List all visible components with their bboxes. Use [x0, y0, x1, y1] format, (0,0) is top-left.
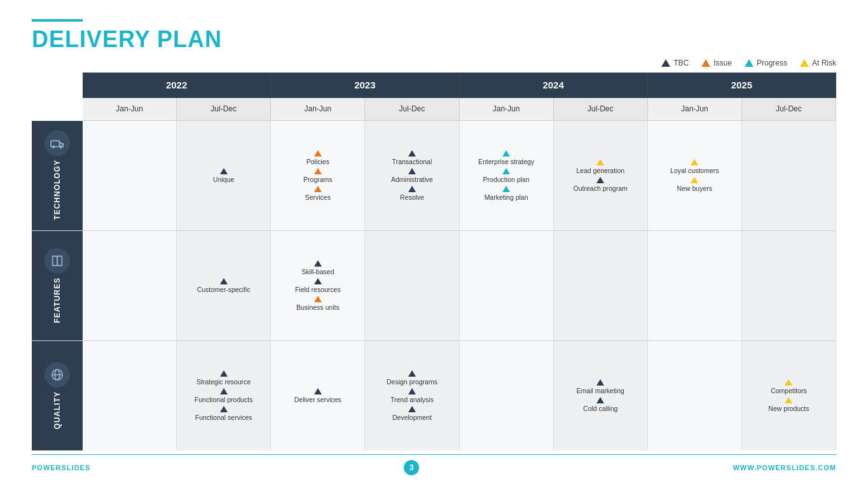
cell-item: Lead generation — [576, 159, 624, 174]
cell-r2-c4 — [460, 341, 554, 450]
cell-r1-c6 — [648, 231, 742, 340]
title-part2: PLAN — [157, 26, 222, 52]
year-2024: 2024 — [460, 73, 648, 98]
row-label-quality: Quality — [32, 341, 83, 450]
cell-r0-c4: Enterprise strategyProduction planMarket… — [460, 121, 554, 230]
cell-r1-c1: Customer-specific — [177, 231, 271, 340]
cell-item: Production plan — [483, 168, 530, 183]
year-2025: 2025 — [648, 73, 836, 98]
header: DELIVERY PLAN — [32, 19, 836, 52]
data-row-features: Features Customer-specificSkill-basedFie… — [32, 231, 836, 341]
delivery-table: 2022 2023 2024 2025 Jan-Jun Jul-Dec Jan-… — [32, 73, 836, 450]
period-2: Jan-Jun — [271, 98, 365, 121]
cell-item: New products — [768, 397, 809, 412]
cell-item: Email marketing — [577, 379, 624, 394]
page-title: DELIVERY PLAN — [32, 27, 836, 52]
cell-item: Loyal customers — [670, 159, 719, 174]
cell-r1-c4 — [460, 231, 554, 340]
period-spacer — [32, 98, 83, 121]
legend: TBC Issue Progress At Risk — [32, 59, 836, 67]
row-icon-0 — [45, 130, 70, 156]
cell-r1-c5 — [554, 231, 648, 340]
data-rows: Technology UniquePoliciesProgramsService… — [32, 121, 836, 450]
cell-r1-c0 — [83, 231, 177, 340]
website: WWW.POWERSLIDES.COM — [733, 464, 836, 471]
cell-r2-c5: Email marketingCold calling — [554, 341, 648, 450]
issue-icon — [701, 59, 710, 67]
legend-progress: Progress — [745, 59, 787, 67]
footer: POWERSLIDES 3 WWW.POWERSLIDES.COM — [32, 454, 836, 475]
period-5: Jul-Dec — [554, 98, 648, 121]
cell-item: Customer-specific — [197, 278, 251, 293]
row-icon-2 — [45, 362, 70, 387]
issue-label: Issue — [713, 59, 732, 67]
cell-r1-c2: Skill-basedField resourcesBusiness units — [271, 231, 365, 340]
legend-tbc: TBC — [661, 59, 689, 67]
cell-r0-c7 — [742, 121, 836, 230]
year-2022: 2022 — [83, 73, 271, 98]
cell-r2-c3: Design programsTrend analysisDevelopment — [365, 341, 459, 450]
cell-item: Enterprise strategy — [478, 150, 534, 165]
progress-label: Progress — [757, 59, 787, 67]
cell-r0-c0 — [83, 121, 177, 230]
cell-item: Unique — [213, 168, 234, 183]
cell-r1-c7 — [742, 231, 836, 340]
brand: POWERSLIDES — [32, 464, 90, 471]
cell-item: Administrative — [391, 168, 433, 183]
period-1: Jul-Dec — [177, 98, 271, 121]
legend-issue: Issue — [701, 59, 732, 67]
row-text-2: Quality — [53, 391, 62, 429]
cell-item: Competitors — [771, 379, 807, 394]
cell-r0-c5: Lead generationOutreach program — [554, 121, 648, 230]
row-label-features: Features — [32, 231, 83, 340]
cell-item: Marketing plan — [485, 186, 528, 201]
title-part1: DELIVERY — [32, 26, 157, 52]
year-2023: 2023 — [271, 73, 459, 98]
cell-item: Skill-based — [301, 260, 334, 275]
cell-r2-c1: Strategic resourceFunctional productsFun… — [177, 341, 271, 450]
period-3: Jul-Dec — [365, 98, 459, 121]
year-header-row: 2022 2023 2024 2025 — [32, 73, 836, 98]
cell-item: Resolve — [400, 186, 424, 201]
tbc-icon — [661, 59, 670, 67]
cell-item: Strategic resource — [196, 370, 251, 386]
cell-r2-c0 — [83, 341, 177, 450]
period-7: Jul-Dec — [742, 98, 836, 121]
data-row-technology: Technology UniquePoliciesProgramsService… — [32, 121, 836, 231]
page-number: 3 — [404, 460, 419, 475]
cell-item: Policies — [307, 150, 329, 165]
atrisk-label: At Risk — [812, 59, 836, 67]
cell-item: Functional products — [195, 388, 253, 403]
legend-atrisk: At Risk — [800, 59, 836, 67]
cell-r2-c2: Deliver services — [271, 341, 365, 450]
header-line — [32, 19, 83, 22]
tbc-label: TBC — [673, 59, 689, 67]
cell-item: Services — [305, 186, 331, 201]
cell-item: Business units — [296, 296, 340, 311]
period-0: Jan-Jun — [83, 98, 177, 121]
data-row-quality: Quality Strategic resourceFunctional pro… — [32, 341, 836, 450]
cell-item: Functional services — [195, 406, 252, 421]
cell-r0-c2: PoliciesProgramsServices — [271, 121, 365, 230]
cell-r1-c3 — [365, 231, 459, 340]
cell-item: Field resources — [295, 278, 341, 293]
cell-item: Deliver services — [294, 388, 341, 403]
cell-item: Trend analysis — [390, 388, 434, 403]
cell-item: Development — [392, 406, 432, 421]
cell-r0-c3: TransactionalAdministrativeResolve — [365, 121, 459, 230]
svg-rect-0 — [51, 141, 60, 147]
row-icon-1 — [45, 248, 70, 274]
cell-item: Design programs — [387, 370, 437, 386]
cell-r2-c7: CompetitorsNew products — [742, 341, 836, 450]
period-header-row: Jan-Jun Jul-Dec Jan-Jun Jul-Dec Jan-Jun … — [32, 98, 836, 121]
cell-item: Programs — [303, 168, 333, 183]
cell-r0-c6: Loyal customersNew buyers — [648, 121, 742, 230]
progress-icon — [745, 59, 754, 67]
atrisk-icon — [800, 59, 809, 67]
page: DELIVERY PLAN TBC Issue Progress At Risk… — [0, 0, 868, 488]
year-spacer — [32, 73, 83, 98]
brand-part1: POWER — [32, 464, 62, 471]
cell-item: Cold calling — [583, 397, 617, 412]
row-text-0: Technology — [53, 160, 62, 220]
row-text-1: Features — [53, 277, 62, 323]
